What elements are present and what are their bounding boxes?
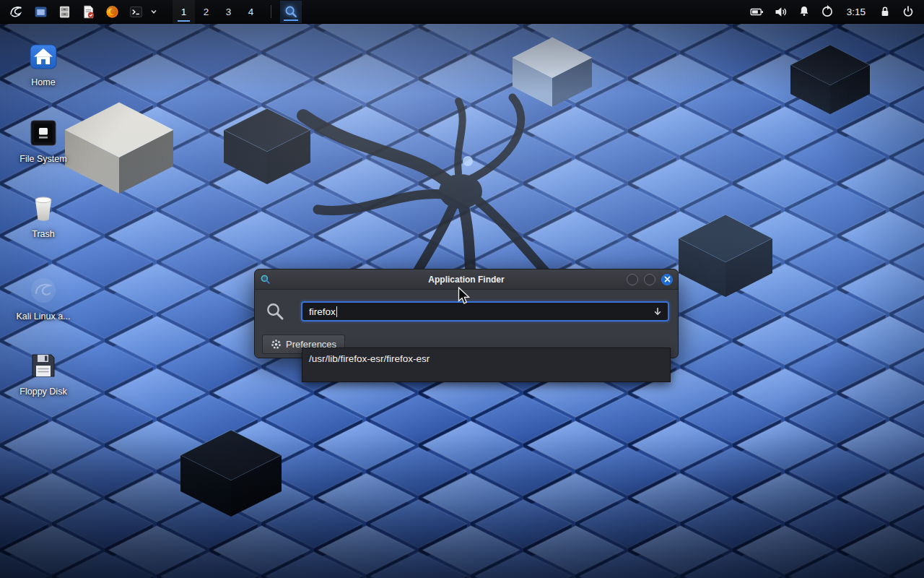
application-finder-panel-button[interactable] bbox=[280, 1, 302, 23]
firefox-icon bbox=[105, 4, 120, 20]
finder-window-icon bbox=[260, 274, 271, 285]
application-finder-window: Application Finder firefox bbox=[254, 269, 679, 358]
file-system-icon bbox=[27, 117, 59, 149]
search-row: firefox bbox=[255, 290, 678, 322]
workspace-3[interactable]: 3 bbox=[217, 0, 240, 24]
floppy-disk-icon bbox=[27, 350, 59, 381]
workspace-1[interactable]: 1 bbox=[173, 0, 195, 24]
terminal-launcher[interactable] bbox=[125, 1, 147, 23]
file-cabinet-icon bbox=[57, 4, 72, 20]
search-icon bbox=[265, 301, 287, 322]
maximize-button[interactable] bbox=[644, 274, 655, 285]
gear-icon bbox=[271, 339, 282, 350]
updates-icon[interactable] bbox=[817, 1, 837, 23]
trash-icon bbox=[27, 192, 59, 224]
close-icon bbox=[664, 276, 671, 282]
window-title: Application Finder bbox=[255, 275, 678, 285]
panel-separator bbox=[271, 5, 271, 18]
search-icon bbox=[284, 4, 298, 19]
file-manager-launcher[interactable] bbox=[30, 1, 51, 23]
clock[interactable]: 3:15 bbox=[840, 0, 872, 24]
power-icon[interactable] bbox=[898, 1, 918, 23]
kali-logo-icon bbox=[9, 4, 25, 20]
close-button[interactable] bbox=[661, 274, 673, 285]
battery-icon[interactable] bbox=[746, 1, 767, 23]
finder-body: firefox Preferences /usr/lib/firefox-esr… bbox=[255, 290, 678, 358]
workspace-2[interactable]: 2 bbox=[195, 0, 217, 24]
desktop-icon-label: Trash bbox=[32, 229, 55, 239]
search-query-text: firefox bbox=[309, 306, 336, 317]
file-manager-icon bbox=[33, 4, 48, 20]
lock-icon[interactable] bbox=[875, 1, 895, 23]
volume-icon[interactable] bbox=[770, 1, 791, 23]
desktop-icon-kali-linux[interactable]: Kali Linux a... bbox=[12, 275, 75, 322]
desktop-icon-trash[interactable]: Trash bbox=[12, 192, 75, 239]
terminal-dropdown-chevron[interactable] bbox=[149, 1, 159, 23]
top-panel: 1 2 3 4 bbox=[0, 0, 924, 24]
notifications-bell-icon[interactable] bbox=[794, 1, 814, 23]
desktop-icon-label: Kali Linux a... bbox=[16, 311, 70, 322]
desktop-icon-label: Home bbox=[31, 77, 55, 87]
terminal-icon bbox=[128, 4, 144, 20]
titlebar[interactable]: Application Finder bbox=[255, 269, 678, 290]
desktop-icon-home[interactable]: Home bbox=[12, 40, 75, 87]
search-input[interactable]: firefox bbox=[301, 301, 669, 322]
desktop-icon-label: Floppy Disk bbox=[19, 387, 66, 397]
window-controls bbox=[627, 274, 673, 285]
completion-item[interactable]: /usr/lib/firefox-esr/firefox-esr bbox=[302, 348, 670, 369]
desktop-icon-file-system[interactable]: File System bbox=[12, 117, 75, 164]
desktop-icon-floppy-disk[interactable]: Floppy Disk bbox=[12, 350, 75, 397]
kali-ghost-icon bbox=[27, 275, 59, 306]
files-launcher[interactable] bbox=[53, 1, 75, 23]
document-icon bbox=[81, 4, 96, 20]
workspace-4[interactable]: 4 bbox=[240, 0, 262, 24]
text-caret bbox=[336, 306, 337, 317]
completion-popup: /usr/lib/firefox-esr/firefox-esr bbox=[302, 348, 671, 382]
desktop-icon-label: File System bbox=[19, 154, 66, 164]
firefox-launcher[interactable] bbox=[101, 1, 123, 23]
system-tray: 3:15 bbox=[746, 0, 918, 24]
workspace-switcher: 1 2 3 4 bbox=[173, 0, 262, 24]
home-icon bbox=[27, 40, 59, 72]
minimize-button[interactable] bbox=[627, 274, 638, 285]
text-editor-launcher[interactable] bbox=[77, 1, 99, 23]
kali-menu-button[interactable] bbox=[6, 1, 27, 23]
chevron-down-icon bbox=[150, 8, 157, 15]
dropdown-arrow-icon[interactable] bbox=[653, 306, 663, 316]
